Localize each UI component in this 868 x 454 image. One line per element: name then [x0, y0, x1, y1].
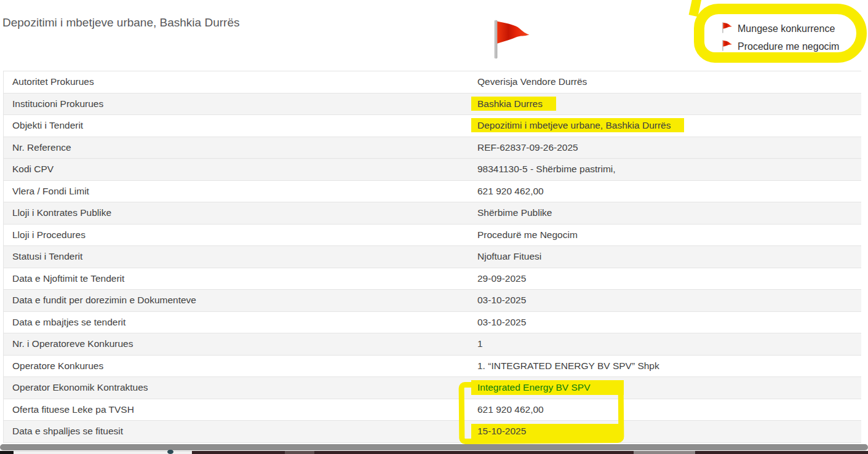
table-row: Operator Ekonomik KontraktuesIntegrated …: [4, 376, 861, 399]
row-value: 1: [477, 338, 483, 349]
table-row: Oferta fituese Leke pa TVSH621 920 462,0…: [4, 399, 861, 421]
table-row: Institucioni ProkuruesBashkia Durres: [4, 93, 861, 115]
row-value: 15-10-2025: [471, 424, 624, 439]
table-row: Operatore Konkurues1. “INTEGRATED ENERGY…: [4, 355, 861, 377]
row-label: Statusi i Tenderit: [12, 251, 82, 261]
strip-segment: [314, 451, 634, 454]
row-value: Qeverisja Vendore Durrës: [477, 76, 587, 87]
table-row: Kodi CPV98341130-5 - Shërbime pastrimi,: [4, 158, 861, 180]
row-label: Institucioni Prokurues: [12, 98, 103, 109]
strip-segment: [192, 451, 285, 454]
row-label: Oferta fituese Leke pa TVSH: [12, 404, 134, 415]
red-flag-icon: [490, 17, 534, 63]
page-title: Depozitimi i mbetjeve urbane, Bashkia Du…: [2, 16, 239, 30]
row-label: Data e fundit per dorezimin e Dokumentev…: [12, 295, 196, 305]
row-value: Bashkia Durres: [471, 97, 556, 111]
strip-segment: [14, 451, 192, 454]
table-row: Data e fundit per dorezimin e Dokumentev…: [4, 289, 861, 311]
row-value: Depozitimi i mbetjeve urbane, Bashkia Du…: [471, 118, 684, 132]
legend-label: Procedure me negocim: [738, 41, 839, 52]
table-row: Vlera / Fondi Limit621 920 462,00: [4, 180, 861, 202]
row-value: 03-10-2025: [477, 295, 526, 305]
table-row: Objekti i TenderitDepozitimi i mbetjeve …: [4, 114, 861, 137]
bottom-window-strip: [0, 451, 868, 454]
strip-segment: [0, 451, 14, 454]
row-label: Operatore Konkurues: [12, 360, 103, 371]
row-label: Operator Ekonomik Kontraktues: [12, 382, 148, 392]
row-value: 621 920 462,00: [477, 186, 544, 196]
strip-segment: [634, 451, 695, 454]
row-value: 29-09-2025: [477, 273, 526, 284]
row-label: Autoritet Prokurues: [12, 76, 94, 87]
row-value: 98341130-5 - Shërbime pastrimi,: [477, 164, 616, 174]
table-row: Data e shpalljes se fituesit15-10-2025: [4, 420, 861, 442]
horizontal-scrollbar[interactable]: [0, 444, 868, 450]
red-flag-icon: [721, 21, 733, 37]
row-value: Procedurë me Negocim: [477, 229, 578, 240]
taskbar-icon: [167, 450, 173, 454]
row-label: Lloji i Kontrates Publike: [12, 207, 111, 218]
red-flag-icon: [721, 39, 733, 55]
row-value: REF-62837-09-26-2025: [477, 142, 578, 153]
row-value-link[interactable]: Integrated Energy BV SPV: [471, 380, 624, 395]
flag-legend: Mungese konkurrence Procedure me negocim: [721, 20, 839, 55]
row-label: Nr. Reference: [12, 142, 71, 153]
row-label: Kodi CPV: [12, 164, 54, 174]
row-value: 621 920 462,00: [477, 404, 544, 415]
table-row: Lloji i ProceduresProcedurë me Negocim: [4, 224, 861, 246]
row-label: Data e mbajtjes se tenderit: [12, 317, 125, 327]
legend-item-mungese-konkurrence: Mungese konkurrence: [721, 20, 839, 38]
row-label: Data e shpalljes se fituesit: [12, 426, 123, 436]
table-row: Statusi i TenderitNjoftuar Fituesi: [4, 245, 861, 268]
row-label: Data e Njoftimit te Tenderit: [12, 273, 124, 284]
row-value: 03-10-2025: [477, 317, 526, 327]
row-label: Lloji i Procedures: [12, 229, 86, 240]
table-row: Lloji i Kontrates PublikeShërbime Publik…: [4, 202, 861, 224]
table-row: Nr. ReferenceREF-62837-09-26-2025: [4, 137, 861, 159]
table-row: Nr. i Operatoreve Konkurues1: [4, 333, 861, 355]
row-value: 1. “INTEGRATED ENERGY BV SPV” Shpk: [477, 360, 659, 371]
row-value: Shërbime Publike: [477, 207, 552, 218]
row-label: Objekti i Tenderit: [12, 120, 83, 130]
row-label: Nr. i Operatoreve Konkurues: [12, 338, 133, 349]
yellow-marker-legend-tail: [689, 0, 703, 17]
row-value: Njoftuar Fituesi: [477, 251, 541, 261]
tender-detail-page: { "title": "Depozitimi i mbetjeve urbane…: [0, 0, 868, 454]
tender-table: Autoritet ProkuruesQeverisja Vendore Dur…: [3, 71, 861, 443]
strip-segment: [695, 451, 868, 454]
legend-label: Mungese konkurrence: [738, 23, 835, 34]
row-label: Vlera / Fondi Limit: [12, 186, 89, 196]
strip-segment: [285, 451, 314, 454]
table-row: Data e mbajtjes se tenderit03-10-2025: [4, 311, 861, 333]
table-row: Data e Njoftimit te Tenderit29-09-2025: [4, 268, 861, 290]
table-row: Autoritet ProkuruesQeverisja Vendore Dur…: [4, 71, 861, 93]
legend-item-procedure-me-negocim: Procedure me negocim: [721, 38, 839, 55]
